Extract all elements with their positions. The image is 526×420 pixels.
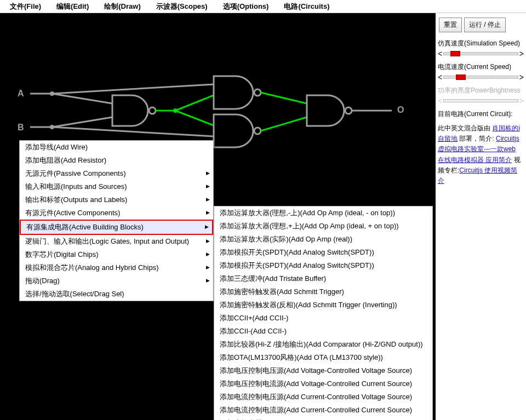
svg-point-8: [149, 107, 156, 114]
ctx2-item-3[interactable]: 添加模拟开关(SPDT)(Add Analog Switch(SPDT)): [214, 246, 432, 259]
power-brightness-decrease: <: [438, 96, 442, 105]
sim-speed-decrease[interactable]: <: [438, 49, 442, 58]
ctx2-item-7[interactable]: 添加施密特触发器(反相)(Add Schmitt Trigger (Invert…: [214, 298, 432, 312]
ctx1-item-3[interactable]: 输入和电源(Inputs and Sources): [20, 180, 213, 193]
svg-point-13: [254, 89, 261, 96]
ctx2-item-13[interactable]: 添加电压控制电流源(Add Voltage-Controlled Current…: [214, 377, 432, 390]
current-speed-label: 电流速度(Current Speed): [438, 62, 524, 72]
svg-line-15: [261, 93, 307, 103]
ctx2-item-0[interactable]: 添加运算放大器(理想,-上)(Add Op Amp (ideal, - on t…: [214, 206, 432, 220]
svg-point-17: [345, 107, 352, 114]
label-o: O: [397, 105, 404, 114]
ctx2-item-14[interactable]: 添加电流控制电压源(Add Current-Controlled Voltage…: [214, 390, 432, 404]
ctx1-item-11[interactable]: 选择/拖动选取(Select/Drag Sel): [20, 287, 213, 301]
ctx2-item-5[interactable]: 添加三态缓冲(Add Tristate Buffer): [214, 272, 432, 285]
ctx1-item-2[interactable]: 无源元件(Passive Components): [20, 167, 213, 180]
menu-scopes[interactable]: 示波器(Scopes): [148, 0, 215, 13]
svg-line-16: [261, 117, 307, 131]
ctx2-item-12[interactable]: 添加电压控制电压源(Add Voltage-Controlled Voltage…: [214, 364, 432, 377]
current-speed-increase[interactable]: >: [519, 73, 524, 82]
svg-line-12: [175, 111, 214, 125]
menu-file[interactable]: 文件(File): [2, 0, 49, 13]
svg-line-5: [52, 84, 214, 94]
info-text: 此中英文混合版由 肖国栋的i自留地 部署，简介: Circuitjs 虚拟电路实…: [438, 123, 524, 186]
ctx1-item-7[interactable]: 逻辑门、输入和输出(Logic Gates, Input and Output): [20, 235, 213, 248]
power-brightness-slider-group: 功率的亮度PowerBrightness < >: [438, 86, 524, 105]
context-menu-active-blocks: 添加运算放大器(理想,-上)(Add Op Amp (ideal, - on t…: [214, 206, 433, 420]
ctx1-item-5[interactable]: 有源元件(Active Components): [20, 206, 213, 220]
ctx1-item-6[interactable]: 有源集成电路(Active Building Blocks): [20, 220, 213, 235]
run-stop-button[interactable]: 运行 / 停止: [464, 18, 506, 32]
label-b: B: [18, 123, 24, 132]
power-brightness-label: 功率的亮度PowerBrightness: [438, 86, 524, 95]
sim-speed-label: 仿真速度(Simulation Speed): [438, 39, 524, 48]
svg-line-6: [52, 117, 112, 127]
menubar: 文件(File) 编辑(Edit) 绘制(Draw) 示波器(Scopes) 选…: [0, 0, 526, 13]
ctx2-item-11[interactable]: 添加OTA(LM13700风格)(Add OTA (LM13700 style)…: [214, 351, 432, 364]
svg-point-14: [254, 128, 261, 134]
ctx2-item-10[interactable]: 添加比较器(Hi-Z /接地输出)(Add Comparator (Hi-Z/G…: [214, 338, 432, 351]
ctx2-item-16[interactable]: 添加光耦合器(Add Optocoupler): [214, 417, 432, 420]
label-a: A: [18, 89, 24, 98]
right-panel: 重置 运行 / 停止 仿真速度(Simulation Speed) < > 电流…: [436, 13, 526, 420]
svg-line-7: [52, 127, 214, 136]
current-speed-decrease[interactable]: <: [438, 73, 442, 82]
ctx1-item-8[interactable]: 数字芯片(Digital Chips): [20, 248, 213, 261]
ctx1-item-10[interactable]: 拖动(Drag): [20, 274, 213, 287]
sim-speed-slider-group: 仿真速度(Simulation Speed) < >: [438, 39, 524, 58]
ctx2-item-2[interactable]: 添加运算放大器(实际)(Add Op Amp (real)): [214, 233, 432, 246]
ctx1-item-1[interactable]: 添加电阻器(Add Resistor): [20, 154, 213, 167]
svg-line-11: [175, 95, 214, 111]
menu-edit[interactable]: 编辑(Edit): [49, 0, 96, 13]
context-menu-draw: 添加导线(Add Wire)添加电阻器(Add Resistor)无源元件(Pa…: [19, 140, 214, 301]
ctx2-item-9[interactable]: 添加CCII-(Add CCII-): [214, 325, 432, 338]
sim-speed-slider[interactable]: [443, 52, 518, 55]
current-circuit-label: 目前电路(Current Circuit):: [438, 110, 524, 119]
power-brightness-slider: [443, 99, 518, 102]
ctx1-item-9[interactable]: 模拟和混合芯片(Analog and Hybrid Chips): [20, 261, 213, 274]
menu-circuits[interactable]: 电路(Circuits): [276, 0, 337, 13]
menu-draw[interactable]: 绘制(Draw): [96, 0, 148, 13]
power-brightness-increase: >: [519, 96, 524, 105]
ctx2-item-15[interactable]: 添加电流控制电流源(Add Current-Controlled Current…: [214, 404, 432, 417]
current-speed-slider-group: 电流速度(Current Speed) < >: [438, 62, 524, 82]
ctx2-item-8[interactable]: 添加CCII+(Add CCII-): [214, 312, 432, 325]
ctx1-item-4[interactable]: 输出和标签(Outputs and Labels): [20, 193, 213, 206]
svg-line-4: [52, 94, 112, 103]
ctx2-item-4[interactable]: 添加模拟开关(SPDT)(Add Analog Switch(SPDT)): [214, 259, 432, 272]
reset-button[interactable]: 重置: [439, 18, 462, 32]
sim-speed-increase[interactable]: >: [519, 49, 524, 58]
current-speed-slider[interactable]: [443, 76, 518, 79]
ctx2-item-1[interactable]: 添加运算放大器(理想,+上)(Add Op Amp (ideal, + on t…: [214, 220, 432, 233]
ctx2-item-6[interactable]: 添加施密特触发器(Add Schmitt Trigger): [214, 285, 432, 298]
menu-options[interactable]: 选项(Options): [215, 0, 277, 13]
ctx1-item-0[interactable]: 添加导线(Add Wire): [20, 141, 213, 154]
